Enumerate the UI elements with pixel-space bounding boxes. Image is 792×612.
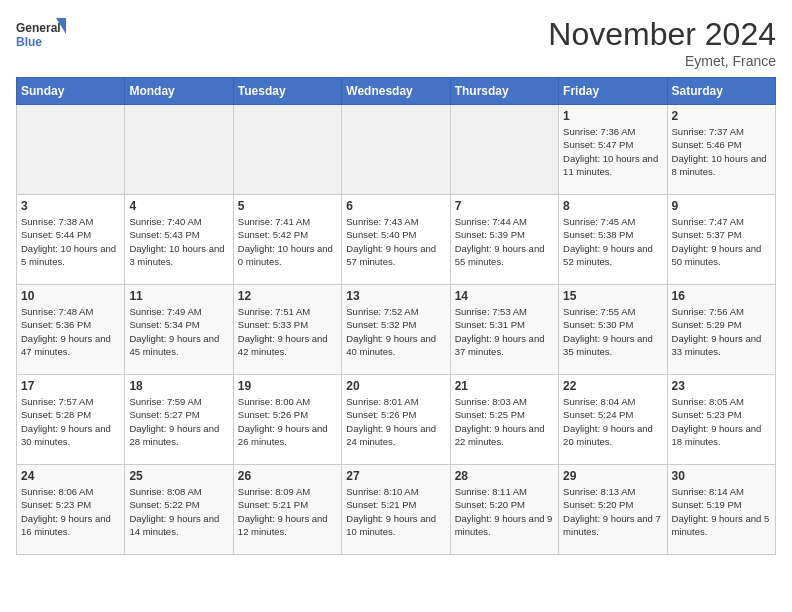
calendar-cell: 26Sunrise: 8:09 AM Sunset: 5:21 PM Dayli…	[233, 465, 341, 555]
month-title: November 2024	[548, 16, 776, 53]
header: General Blue November 2024 Eymet, France	[16, 16, 776, 69]
logo-svg: General Blue	[16, 16, 66, 56]
day-content: Sunrise: 7:51 AM Sunset: 5:33 PM Dayligh…	[238, 305, 337, 358]
calendar-cell: 22Sunrise: 8:04 AM Sunset: 5:24 PM Dayli…	[559, 375, 667, 465]
calendar-week-4: 17Sunrise: 7:57 AM Sunset: 5:28 PM Dayli…	[17, 375, 776, 465]
day-content: Sunrise: 7:36 AM Sunset: 5:47 PM Dayligh…	[563, 125, 662, 178]
calendar-cell: 3Sunrise: 7:38 AM Sunset: 5:44 PM Daylig…	[17, 195, 125, 285]
calendar-cell	[450, 105, 558, 195]
day-number: 22	[563, 379, 662, 393]
day-content: Sunrise: 8:06 AM Sunset: 5:23 PM Dayligh…	[21, 485, 120, 538]
day-content: Sunrise: 7:53 AM Sunset: 5:31 PM Dayligh…	[455, 305, 554, 358]
day-number: 15	[563, 289, 662, 303]
day-content: Sunrise: 8:10 AM Sunset: 5:21 PM Dayligh…	[346, 485, 445, 538]
day-content: Sunrise: 8:09 AM Sunset: 5:21 PM Dayligh…	[238, 485, 337, 538]
day-content: Sunrise: 8:08 AM Sunset: 5:22 PM Dayligh…	[129, 485, 228, 538]
day-number: 26	[238, 469, 337, 483]
day-number: 25	[129, 469, 228, 483]
calendar-cell: 2Sunrise: 7:37 AM Sunset: 5:46 PM Daylig…	[667, 105, 775, 195]
day-number: 5	[238, 199, 337, 213]
day-header-monday: Monday	[125, 78, 233, 105]
day-number: 9	[672, 199, 771, 213]
day-number: 19	[238, 379, 337, 393]
day-content: Sunrise: 8:14 AM Sunset: 5:19 PM Dayligh…	[672, 485, 771, 538]
calendar-week-2: 3Sunrise: 7:38 AM Sunset: 5:44 PM Daylig…	[17, 195, 776, 285]
svg-text:General: General	[16, 21, 61, 35]
day-header-sunday: Sunday	[17, 78, 125, 105]
day-content: Sunrise: 8:03 AM Sunset: 5:25 PM Dayligh…	[455, 395, 554, 448]
calendar-cell: 25Sunrise: 8:08 AM Sunset: 5:22 PM Dayli…	[125, 465, 233, 555]
day-content: Sunrise: 7:40 AM Sunset: 5:43 PM Dayligh…	[129, 215, 228, 268]
day-header-saturday: Saturday	[667, 78, 775, 105]
calendar-week-3: 10Sunrise: 7:48 AM Sunset: 5:36 PM Dayli…	[17, 285, 776, 375]
day-content: Sunrise: 7:43 AM Sunset: 5:40 PM Dayligh…	[346, 215, 445, 268]
title-area: November 2024 Eymet, France	[548, 16, 776, 69]
calendar-cell	[17, 105, 125, 195]
calendar-cell: 21Sunrise: 8:03 AM Sunset: 5:25 PM Dayli…	[450, 375, 558, 465]
day-number: 16	[672, 289, 771, 303]
day-content: Sunrise: 7:59 AM Sunset: 5:27 PM Dayligh…	[129, 395, 228, 448]
day-content: Sunrise: 7:48 AM Sunset: 5:36 PM Dayligh…	[21, 305, 120, 358]
calendar-cell: 12Sunrise: 7:51 AM Sunset: 5:33 PM Dayli…	[233, 285, 341, 375]
calendar-week-5: 24Sunrise: 8:06 AM Sunset: 5:23 PM Dayli…	[17, 465, 776, 555]
day-content: Sunrise: 7:57 AM Sunset: 5:28 PM Dayligh…	[21, 395, 120, 448]
day-content: Sunrise: 8:01 AM Sunset: 5:26 PM Dayligh…	[346, 395, 445, 448]
day-number: 24	[21, 469, 120, 483]
day-number: 20	[346, 379, 445, 393]
calendar-cell: 9Sunrise: 7:47 AM Sunset: 5:37 PM Daylig…	[667, 195, 775, 285]
calendar-cell: 13Sunrise: 7:52 AM Sunset: 5:32 PM Dayli…	[342, 285, 450, 375]
day-number: 3	[21, 199, 120, 213]
day-content: Sunrise: 7:47 AM Sunset: 5:37 PM Dayligh…	[672, 215, 771, 268]
day-content: Sunrise: 8:04 AM Sunset: 5:24 PM Dayligh…	[563, 395, 662, 448]
calendar-cell: 23Sunrise: 8:05 AM Sunset: 5:23 PM Dayli…	[667, 375, 775, 465]
day-number: 8	[563, 199, 662, 213]
calendar-cell: 27Sunrise: 8:10 AM Sunset: 5:21 PM Dayli…	[342, 465, 450, 555]
day-content: Sunrise: 8:05 AM Sunset: 5:23 PM Dayligh…	[672, 395, 771, 448]
day-number: 27	[346, 469, 445, 483]
calendar-cell: 8Sunrise: 7:45 AM Sunset: 5:38 PM Daylig…	[559, 195, 667, 285]
calendar-table: SundayMondayTuesdayWednesdayThursdayFrid…	[16, 77, 776, 555]
calendar-cell: 11Sunrise: 7:49 AM Sunset: 5:34 PM Dayli…	[125, 285, 233, 375]
day-number: 28	[455, 469, 554, 483]
day-content: Sunrise: 7:41 AM Sunset: 5:42 PM Dayligh…	[238, 215, 337, 268]
day-header-wednesday: Wednesday	[342, 78, 450, 105]
calendar-week-1: 1Sunrise: 7:36 AM Sunset: 5:47 PM Daylig…	[17, 105, 776, 195]
day-content: Sunrise: 8:00 AM Sunset: 5:26 PM Dayligh…	[238, 395, 337, 448]
calendar-header-row: SundayMondayTuesdayWednesdayThursdayFrid…	[17, 78, 776, 105]
calendar-cell: 16Sunrise: 7:56 AM Sunset: 5:29 PM Dayli…	[667, 285, 775, 375]
day-number: 11	[129, 289, 228, 303]
calendar-cell: 20Sunrise: 8:01 AM Sunset: 5:26 PM Dayli…	[342, 375, 450, 465]
day-number: 21	[455, 379, 554, 393]
day-header-tuesday: Tuesday	[233, 78, 341, 105]
day-number: 7	[455, 199, 554, 213]
day-number: 1	[563, 109, 662, 123]
day-number: 10	[21, 289, 120, 303]
day-content: Sunrise: 7:38 AM Sunset: 5:44 PM Dayligh…	[21, 215, 120, 268]
day-content: Sunrise: 7:56 AM Sunset: 5:29 PM Dayligh…	[672, 305, 771, 358]
logo: General Blue	[16, 16, 66, 56]
calendar-cell	[233, 105, 341, 195]
day-header-friday: Friday	[559, 78, 667, 105]
day-number: 4	[129, 199, 228, 213]
day-number: 2	[672, 109, 771, 123]
calendar-cell: 15Sunrise: 7:55 AM Sunset: 5:30 PM Dayli…	[559, 285, 667, 375]
calendar-cell: 19Sunrise: 8:00 AM Sunset: 5:26 PM Dayli…	[233, 375, 341, 465]
day-content: Sunrise: 8:13 AM Sunset: 5:20 PM Dayligh…	[563, 485, 662, 538]
day-content: Sunrise: 7:52 AM Sunset: 5:32 PM Dayligh…	[346, 305, 445, 358]
day-number: 6	[346, 199, 445, 213]
calendar-cell	[125, 105, 233, 195]
location: Eymet, France	[548, 53, 776, 69]
day-content: Sunrise: 7:55 AM Sunset: 5:30 PM Dayligh…	[563, 305, 662, 358]
day-content: Sunrise: 7:45 AM Sunset: 5:38 PM Dayligh…	[563, 215, 662, 268]
day-content: Sunrise: 7:37 AM Sunset: 5:46 PM Dayligh…	[672, 125, 771, 178]
day-number: 14	[455, 289, 554, 303]
svg-text:Blue: Blue	[16, 35, 42, 49]
calendar-cell: 5Sunrise: 7:41 AM Sunset: 5:42 PM Daylig…	[233, 195, 341, 285]
calendar-cell: 14Sunrise: 7:53 AM Sunset: 5:31 PM Dayli…	[450, 285, 558, 375]
day-content: Sunrise: 7:49 AM Sunset: 5:34 PM Dayligh…	[129, 305, 228, 358]
day-number: 13	[346, 289, 445, 303]
calendar-cell: 29Sunrise: 8:13 AM Sunset: 5:20 PM Dayli…	[559, 465, 667, 555]
day-number: 23	[672, 379, 771, 393]
calendar-cell: 1Sunrise: 7:36 AM Sunset: 5:47 PM Daylig…	[559, 105, 667, 195]
calendar-cell: 6Sunrise: 7:43 AM Sunset: 5:40 PM Daylig…	[342, 195, 450, 285]
